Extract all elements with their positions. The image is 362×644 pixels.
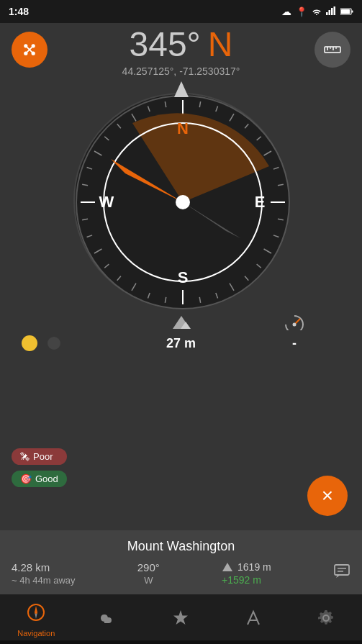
satellite-icon: 🛰 [20, 451, 30, 462]
svg-text:W: W [99, 193, 114, 211]
altitude-value: 27 m [166, 336, 196, 351]
svg-rect-0 [326, 12, 328, 15]
system-nav: ◀ ● ■ [0, 640, 362, 644]
altitude-section: 27 m [166, 314, 196, 351]
signal-dot-yellow [22, 335, 37, 351]
good-badge: 🎯 Good [12, 471, 67, 487]
dest-elev-absolute: 1619 m [222, 561, 271, 573]
heading-display: 345° N 44.257125°, -71.2530317° [122, 24, 240, 77]
settings-icon [317, 609, 335, 632]
heading-coords: 44.257125°, -71.2530317° [122, 65, 240, 77]
heading-degrees: 345° [130, 24, 201, 64]
altitude-icon [166, 314, 196, 333]
status-icons: ☁ 📍 [281, 5, 353, 18]
svg-text:E: E [254, 193, 265, 211]
nav-label-navigation: Navigation [17, 629, 55, 638]
good-label: Good [35, 473, 58, 484]
svg-rect-3 [334, 6, 336, 15]
compass: N S E W [73, 93, 289, 309]
routes-icon [244, 609, 263, 632]
signal-dot-dark [47, 337, 60, 350]
dest-distance: 4.28 km [12, 561, 76, 573]
battery-icon [340, 5, 353, 18]
svg-rect-2 [331, 8, 333, 15]
nav-item-routes[interactable] [217, 609, 290, 632]
cloud-icon: ☁ [281, 6, 291, 17]
nav-item-settings[interactable] [289, 609, 362, 632]
dest-bearing-section: 290° W [137, 561, 160, 586]
destination-details: 4.28 km ~ 4h 44m away 290° W 1619 m +159… [12, 561, 350, 586]
dest-bearing: 290° [137, 561, 160, 573]
heading-direction: N [208, 24, 233, 64]
svg-rect-6 [341, 9, 350, 14]
compass-outer: N S E W [73, 93, 289, 309]
destination-name: Mount Washington [12, 539, 350, 554]
wifi-icon [312, 6, 322, 17]
svg-rect-68 [335, 565, 349, 575]
dest-elev-gain: +1592 m [222, 574, 271, 586]
compass-nav-icon [27, 603, 45, 626]
weather-icon [99, 610, 118, 630]
svg-point-62 [176, 195, 190, 209]
svg-marker-67 [222, 563, 232, 571]
poor-label: Poor [33, 451, 53, 462]
dest-elevation-abs: 1619 m [237, 561, 271, 573]
signal-badges: 🛰 Poor 🎯 Good [12, 448, 67, 487]
bottom-nav: Navigation [0, 594, 362, 644]
main-content: 345° N 44.257125°, -71.2530317° [0, 23, 362, 530]
dest-chat-button[interactable] [333, 563, 350, 584]
mountain-icon [222, 562, 233, 572]
bottom-nav-items: Navigation [0, 594, 362, 640]
nav-item-waypoint[interactable] [145, 609, 217, 632]
speed-section: - [284, 314, 304, 351]
svg-text:N: N [177, 119, 189, 137]
dest-time: ~ 4h 44m away [12, 575, 76, 586]
svg-rect-5 [352, 11, 353, 13]
close-icon: × [322, 484, 333, 507]
fab-close-button[interactable]: × [307, 476, 348, 516]
nav-item-navigation[interactable]: Navigation [0, 603, 73, 638]
status-time: 1:48 [9, 6, 29, 17]
dest-elevation-section: 1619 m +1592 m [222, 561, 271, 586]
status-bar: 1:48 ☁ 📍 [0, 0, 362, 23]
north-pointer-triangle [174, 81, 189, 97]
speedometer-icon [284, 314, 304, 333]
svg-text:S: S [177, 268, 188, 286]
menu-button[interactable] [12, 32, 47, 68]
signal-icon [326, 5, 336, 18]
top-controls: 345° N 44.257125°, -71.2530317° [0, 23, 362, 86]
speed-value: - [284, 336, 304, 351]
poor-badge: 🛰 Poor [12, 448, 67, 465]
destination-panel: Mount Washington 4.28 km ~ 4h 44m away 2… [0, 530, 362, 594]
svg-point-75 [35, 611, 37, 614]
dest-distance-section: 4.28 km ~ 4h 44m away [12, 561, 76, 586]
location-icon: 📍 [296, 6, 307, 17]
svg-rect-1 [329, 10, 331, 15]
waypoint-icon [171, 609, 190, 632]
ruler-button[interactable] [315, 32, 350, 68]
check-icon: 🎯 [20, 473, 32, 484]
dest-bearing-dir: W [144, 575, 153, 586]
svg-marker-76 [173, 610, 188, 625]
svg-point-66 [293, 323, 297, 327]
nav-item-weather[interactable] [73, 610, 145, 630]
